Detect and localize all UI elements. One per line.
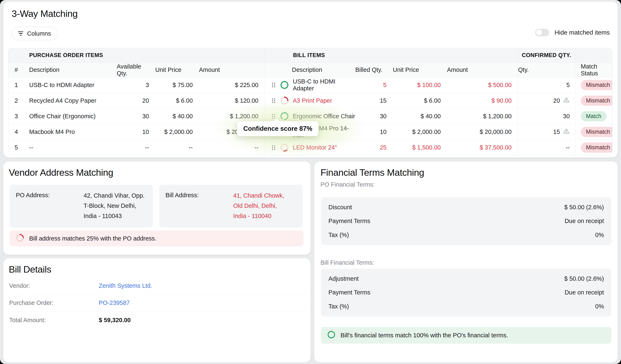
columns-button[interactable]: Columns [12, 27, 58, 40]
po-unit-price: $ 6.00 [155, 93, 199, 109]
bill-address-box: Bill Address: 41, Chandi Chowk, Old Delh… [159, 185, 303, 228]
po-description: Macbook M4 Pro [29, 124, 117, 140]
table-row[interactable]: 1 USB-C to HDMI Adapter 3 $ 75.00 $ 225.… [8, 77, 612, 93]
row-index: 5 [8, 140, 29, 155]
bill-unit-price: $ 100.00 [393, 77, 447, 93]
billed-qty: 5 [355, 77, 393, 93]
status-badge: Match [581, 111, 607, 121]
col-available-qty: Available Qty. [117, 63, 155, 77]
bill-description: A3 Print Paper [293, 97, 332, 104]
po-address-box: PO Address: 42, Chandi Vihar, Opp. T-Blo… [10, 185, 153, 228]
financial-terms-alert-text: Bill's financial terms match 100% with t… [341, 332, 508, 339]
bill-details-card: Bill Details Vendor: Zenith Systems Ltd.… [3, 258, 310, 362]
bill-amount: $ 37,500.00 [447, 140, 518, 155]
po-amount: -- [199, 140, 265, 155]
confidence-ring-icon[interactable] [280, 81, 289, 89]
confirmed-qty-group-header: CONFIRMED QTY. [518, 48, 575, 63]
hide-matched-toggle[interactable] [535, 29, 549, 36]
bill-amount: $ 90.00 [447, 93, 518, 109]
po-available-qty: -- [117, 140, 155, 155]
warning-triangle-icon [563, 96, 570, 105]
drag-handle-icon[interactable] [271, 82, 276, 88]
bill-financial-terms-box: Adjustment $ 50.00 (2.6%) Payment Terms … [321, 269, 611, 316]
status-badge: Mismatch [581, 127, 612, 137]
row-index: 4 [8, 124, 29, 140]
bill-unit-price: $ 40.00 [393, 109, 447, 124]
table-row[interactable]: 2 Recycled A4 Copy Paper 20 $ 6.00 $ 120… [8, 93, 612, 109]
status-badge: Mismatch [581, 142, 612, 153]
confidence-ring-icon[interactable] [280, 143, 289, 152]
table-group-header-row: PURCHASE ORDER ITEMS BILL ITEMS CONFIRME… [8, 48, 612, 63]
po-address-label: PO Address: [16, 191, 84, 228]
po-items-group-header: PURCHASE ORDER ITEMS [8, 48, 265, 63]
payment-terms-row: Payment Terms Due on receipt [328, 286, 604, 299]
po-amount: $ 120.00 [199, 93, 265, 109]
col-confirmed-qty: Qty. [518, 63, 575, 77]
drag-handle-icon[interactable] [271, 113, 276, 119]
col-index: # [8, 63, 29, 77]
po-unit-price: $ 2,000.00 [155, 124, 199, 140]
po-available-qty: 10 [117, 124, 155, 140]
confidence-ring-icon[interactable] [280, 96, 289, 105]
po-available-qty: 30 [117, 109, 155, 124]
confirmed-qty: 20 [553, 97, 560, 104]
adjustment-row: Adjustment $ 50.00 (2.6%) [328, 272, 604, 285]
address-match-alert: Bill address matches 25% with the PO add… [10, 231, 303, 246]
address-match-alert-text: Bill address matches 25% with the PO add… [29, 235, 156, 242]
po-unit-price: -- [155, 140, 199, 155]
po-address-value: 42, Chandi Vihar, Opp. T-Block, New Delh… [84, 191, 145, 228]
circle-check-ring-icon [327, 331, 335, 340]
vendor-label: Vendor: [9, 282, 99, 289]
hide-matched-label: Hide matched items [554, 29, 610, 36]
col-bill-unit-price: Unit Price [393, 63, 447, 77]
col-po-description: Description [29, 63, 117, 77]
po-description: -- [29, 140, 117, 155]
po-unit-price: $ 75.00 [155, 77, 199, 93]
confirmed-qty: -- [566, 144, 570, 151]
table-column-header-row: # Description Available Qty. Unit Price … [8, 63, 612, 77]
col-bill-description: Description [265, 63, 355, 77]
financial-terms-match-alert: Bill's financial terms match 100% with t… [321, 327, 611, 344]
page-title: 3-Way Matching [12, 8, 78, 19]
confidence-tooltip: Confidence score 87% [237, 121, 318, 136]
drag-handle-icon[interactable] [271, 98, 276, 104]
bill-unit-price: $ 1,500.00 [393, 140, 447, 155]
status-badge: Mismatch [581, 80, 612, 90]
table-row[interactable]: 5 -- -- -- -- [8, 140, 612, 155]
col-bill-amount: Amount [447, 63, 518, 77]
page: 3-Way Matching Columns Hide matched item… [0, 0, 621, 364]
po-description: Recycled A4 Copy Paper [29, 93, 117, 109]
billed-qty: 10 [355, 124, 393, 140]
bill-address-value: 41, Chandi Chowk, Old Delhi, Delhi, Indi… [233, 191, 284, 228]
col-po-amount: Amount [199, 63, 265, 77]
total-amount-label: Total Amount: [9, 317, 99, 324]
drag-handle-icon[interactable] [271, 145, 276, 150]
po-description: Office Chair (Ergonomic) [29, 109, 117, 124]
filter-lines-icon [17, 32, 24, 36]
hide-matched-control: Hide matched items [535, 29, 610, 36]
bill-amount: $ 500.00 [447, 77, 518, 93]
bill-description: USB-C to HDMI Adapter [293, 78, 355, 92]
match-status-group-header [575, 48, 612, 63]
row-index: 3 [8, 109, 29, 124]
bill-items-group-header: BILL ITEMS [265, 48, 518, 63]
financial-terms-title: Financial Terms Matching [321, 167, 424, 178]
toggle-knob [536, 29, 542, 36]
po-unit-price: $ 40.00 [155, 109, 199, 124]
warning-triangle-icon [563, 128, 570, 136]
confidence-ring-icon[interactable] [280, 112, 289, 121]
status-badge: Mismatch [581, 96, 612, 106]
confirmed-qty: 30 [563, 113, 570, 120]
purchase-order-link[interactable]: PO-239587 [99, 299, 130, 306]
bill-amount: $ 20,000.00 [447, 124, 518, 140]
vendor-address-title: Vendor Address Matching [9, 167, 113, 178]
financial-terms-card: Financial Terms Matching PO Financial Te… [314, 161, 618, 362]
vendor-link[interactable]: Zenith Systems Ltd. [99, 282, 152, 289]
po-available-qty: 20 [117, 93, 155, 109]
col-match-status: Match Status [575, 63, 612, 77]
billed-qty: 30 [355, 109, 393, 124]
columns-button-label: Columns [27, 30, 51, 37]
col-billed-qty: Billed Qty. [355, 63, 393, 77]
po-amount: $ 225.00 [199, 77, 265, 93]
bill-description: Ergonomic Office Chair [293, 113, 355, 120]
